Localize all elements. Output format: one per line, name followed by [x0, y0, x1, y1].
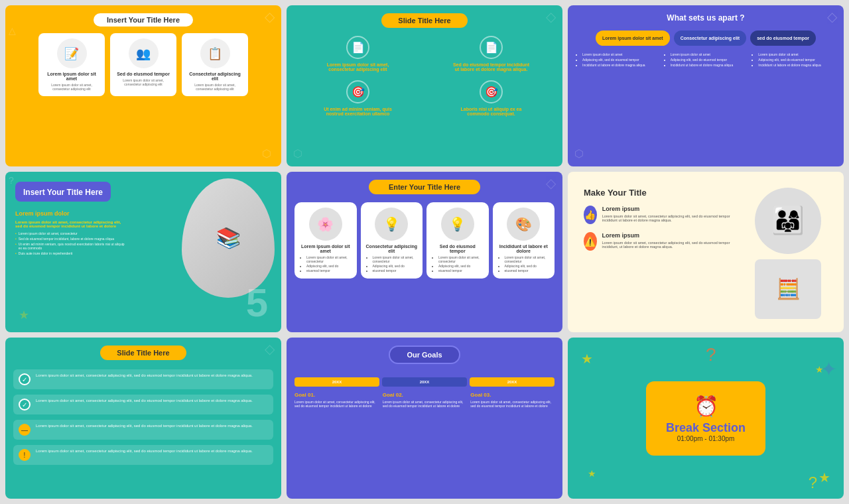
slide-1-card-1: 📝 Lorem ipsum dolor sit amet Lorem ipsum…: [38, 33, 105, 96]
slide-5-card-4: 🎨 Incididunt ut labore et dolore Lorem i…: [493, 202, 555, 279]
slide-9-title: Break Section: [666, 421, 746, 435]
card-3-title: Consectetur adipiscing elit: [187, 72, 243, 81]
timeline-3: 20XX: [470, 377, 555, 387]
slide-6-img-top: 👨‍👩‍👧: [755, 188, 821, 254]
check-icon-1: ✓: [19, 373, 31, 385]
year-1: 20XX: [298, 380, 375, 384]
slide-6-block2-title: Lorem ipsum: [602, 232, 742, 239]
slide-6-icon-2: ⚠️: [584, 232, 597, 251]
bullet-text-4: Lorem ipsum dolor sit amet, consectetur …: [36, 449, 253, 453]
slide-3-bullets: Lorem ipsum dolor sit amet Adipiscing el…: [576, 52, 836, 68]
warning-icon: !: [19, 449, 31, 461]
slide-6-icon-1: 👍: [584, 206, 597, 224]
goal-1-title: Goal 01.: [294, 392, 379, 398]
card-1-title: Lorem ipsum dolor sit amet: [44, 72, 99, 81]
card-3-img: 💡: [441, 208, 474, 241]
item-3-title: Ut enim ad minim veniam, quisnostrud exe…: [324, 107, 392, 116]
slide-5: ◇ Enter Your Title Here 🌸 Lorem ipsum do…: [287, 172, 562, 333]
card-4-img: 🎨: [507, 208, 540, 241]
slide-1-cards: 📝 Lorem ipsum dolor sit amet Lorem ipsum…: [38, 33, 248, 96]
slide-1-card-3: 📋 Consectetur adipiscing elit Lorem ipsu…: [182, 33, 248, 96]
bullet-col-2: Lorem ipsum dolor sit amet Adipiscing el…: [664, 52, 748, 68]
bullet-col-1: Lorem ipsum dolor sit amet Adipiscing el…: [576, 52, 660, 68]
slide-1-card-2: 👥 Sed do eiusmod tempor Lorem ipsum dolo…: [110, 33, 176, 96]
slide-5-card-2: 💡 Consectetur adipiscing elit Lorem ipsu…: [361, 202, 423, 279]
bullet-item-1: ✓ Lorem ipsum dolor sit amet, consectetu…: [13, 369, 273, 389]
slide-2-title: Slide Title Here: [381, 13, 467, 28]
goal-3: Goal 03. Lorem ipsum dolor sit amet, con…: [470, 392, 555, 408]
goal-3-title: Goal 03.: [470, 392, 555, 398]
slide-4-title-box: Insert Your Title Here: [15, 182, 111, 202]
bullet-text-1: Lorem ipsum dolor sit amet, consectetur …: [36, 373, 253, 377]
item-2-icon: 📄: [480, 36, 503, 59]
card-3-text: Lorem ipsum dolor sit amet, consectetur …: [187, 83, 243, 91]
goal-2-title: Goal 02.: [383, 392, 467, 398]
deco-star-1: ★: [581, 351, 593, 367]
slide-6-img-bottom: 🧮: [755, 259, 821, 319]
slide-6-block2-text: Lorem ipsum dolor sit amet, consectetur …: [602, 241, 742, 249]
item-1-title: Lorem ipsum dolor sit amet,consectetur a…: [327, 62, 389, 72]
slide-1-title: Insert Your Title Here: [94, 13, 193, 27]
year-2: 20XX: [386, 380, 463, 384]
deco-q-2: ?: [809, 473, 817, 492]
slide-3: ◇ ⬡ What sets us apart ? Lorem ipsum dol…: [568, 5, 844, 166]
goal-3-text: Lorem ipsum dolor sit amet, consectetur …: [470, 400, 555, 408]
slide-1: Insert Your Title Here 📝 Lorem ipsum dol…: [5, 5, 281, 166]
card-2-icon: 👥: [129, 38, 159, 68]
slide-2-item-2: 📄 Sed do eiusmod tempor incididuntut lab…: [428, 36, 555, 74]
slide-2-item-1: 📄 Lorem ipsum dolor sit amet,consectetur…: [294, 36, 421, 74]
item-3-icon: 🎯: [346, 80, 369, 103]
slide-9-center-box: ⏰ Break Section 01:00pm - 01:30pm: [646, 381, 765, 456]
card-1-img: 🌸: [309, 208, 342, 241]
slide-2-content: 📄 Lorem ipsum dolor sit amet,consectetur…: [294, 36, 555, 118]
slide-5-title: Enter Your Title Here: [369, 180, 480, 194]
s5-card-1-title: Lorem ipsum dolor sit amet: [300, 244, 352, 253]
deco-burst: ✦: [820, 357, 837, 381]
badge-1: Lorem ipsum dolor sit amet: [596, 31, 670, 46]
slide-4-title: Insert Your Title Here: [23, 188, 103, 197]
s5-card-3-title: Sed do eiusmod tempor: [432, 244, 484, 253]
badge-3: sed do eiusmod tempor: [750, 31, 816, 46]
slide-2: ◇ ⬡ Slide Title Here 📄 Lorem ipsum dolor…: [287, 5, 562, 166]
check-icon-2: ✓: [19, 399, 31, 410]
card-2-title: Sed do eiusmod tempor: [117, 72, 170, 76]
deco-star-4: ★: [818, 470, 830, 485]
slide-4-deco: 5: [246, 280, 268, 326]
slide-4-subtitle: Lorem ipsum dolor: [15, 210, 128, 217]
break-icon: ⏰: [666, 395, 746, 418]
slide-6-block1-title: Lorem ipsum: [602, 206, 742, 212]
slide-5-card-1: 🌸 Lorem ipsum dolor sit amet Lorem ipsum…: [294, 202, 357, 279]
goal-1-text: Lorem ipsum dolor sit amet, consectetur …: [294, 400, 379, 408]
timeline-2: 20XX: [382, 377, 467, 387]
bullet-text-3: Lorem ipsum dolor sit amet, consectetur …: [36, 424, 253, 428]
bullet-col-3: Lorem ipsum dolor sit amet Adipiscing el…: [751, 52, 836, 68]
slide-7-title: Slide Title Here: [100, 346, 186, 360]
goal-2: Goal 02. Lorem ipsum dolor sit amet, con…: [383, 392, 467, 408]
card-1-text: Lorem ipsum dolor sit amet, consectetur …: [44, 83, 99, 91]
slide-5-cards: 🌸 Lorem ipsum dolor sit amet Lorem ipsum…: [294, 202, 555, 279]
slide-3-title: What sets us apart ?: [576, 13, 836, 23]
slide-6-block1-text: Lorem ipsum dolor sit amet, consectetur …: [602, 214, 742, 222]
bullet-text-2: Lorem ipsum dolor sit amet, consectetur …: [36, 399, 253, 403]
slide-2-item-3: 🎯 Ut enim ad minim veniam, quisnostrud e…: [294, 80, 421, 118]
bullet-item-3: — Lorem ipsum dolor sit amet, consectetu…: [13, 420, 273, 440]
bullet-item-4: ! Lorem ipsum dolor sit amet, consectetu…: [13, 445, 273, 465]
card-3-icon: 📋: [200, 38, 230, 68]
item-2-title: Sed do eiusmod tempor incididuntut labor…: [453, 62, 529, 72]
badge-2: Consectetur adipiscing elit: [674, 31, 746, 46]
slide-8-goals: Goal 01. Lorem ipsum dolor sit amet, con…: [294, 392, 555, 408]
slide-8: Our Goals 20XX 20XX 20XX Goal 01. Lorem …: [287, 338, 562, 499]
slide-8-timeline: 20XX 20XX 20XX: [294, 377, 555, 387]
year-3: 20XX: [474, 380, 551, 384]
item-4-title: Laboris nisi ut aliquip ex eacommodo con…: [461, 107, 522, 116]
slide-7: ◇ Slide Title Here ✓ Lorem ipsum dolor s…: [5, 338, 281, 499]
slide-5-card-3: 💡 Sed do eiusmod tempor Lorem ipsum dolo…: [426, 202, 489, 279]
slide-2-item-4: 🎯 Laboris nisi ut aliquip ex eacommodo c…: [428, 80, 555, 118]
slide-3-badges: Lorem ipsum dolor sit amet Consectetur a…: [576, 31, 836, 46]
s5-card-4-title: Incididunt ut labore et dolore: [498, 244, 550, 253]
slide-9: ★ ★ ★ ★ ? ? ✦ ⏰ Break Section 01:00pm - …: [568, 338, 844, 499]
card-2-img: 💡: [375, 208, 408, 241]
card-1-icon: 📝: [57, 38, 87, 68]
item-4-icon: 🎯: [480, 80, 503, 103]
card-2-text: Lorem ipsum dolor sit amet, consectetur …: [115, 78, 171, 86]
